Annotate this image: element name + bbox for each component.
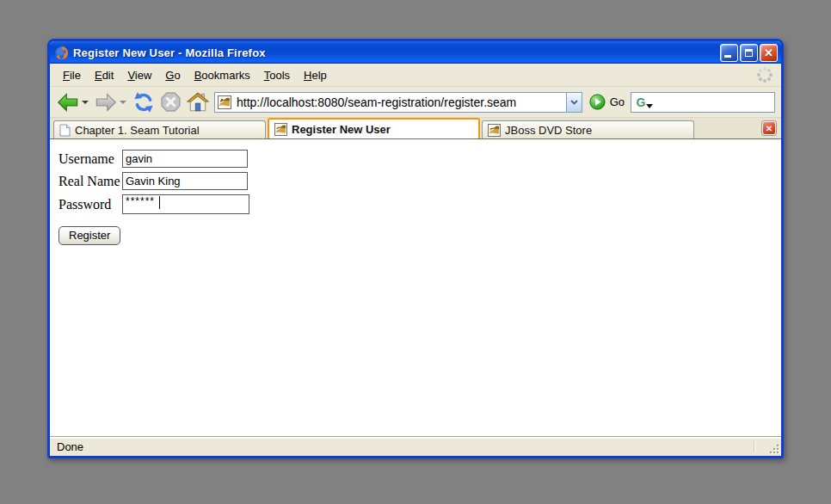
tab-label: JBoss DVD Store bbox=[505, 124, 592, 137]
password-row: Password ****** bbox=[58, 194, 781, 214]
real-name-label: Real Name bbox=[58, 174, 122, 189]
navigation-toolbar: Go G bbox=[50, 87, 781, 118]
close-button[interactable]: ✕ bbox=[760, 44, 778, 62]
site-favicon bbox=[218, 95, 231, 109]
back-button[interactable] bbox=[56, 91, 80, 114]
desktop-background: Register New User - Mozilla Firefox ✕ Fi… bbox=[0, 0, 831, 504]
search-logo-letter: G bbox=[637, 95, 646, 109]
menu-tools[interactable]: Tools bbox=[257, 65, 297, 85]
close-tab-icon[interactable]: ✕ bbox=[762, 121, 776, 135]
password-label: Password bbox=[58, 197, 122, 212]
menu-view[interactable]: View bbox=[120, 65, 158, 85]
forward-dropdown-arrow[interactable] bbox=[120, 101, 126, 104]
menu-go[interactable]: Go bbox=[158, 65, 187, 85]
url-input[interactable] bbox=[235, 95, 566, 109]
username-row: Username bbox=[58, 150, 781, 168]
menu-edit[interactable]: Edit bbox=[88, 65, 120, 85]
forward-icon bbox=[95, 92, 117, 113]
real-name-field[interactable] bbox=[122, 172, 248, 190]
resize-grip[interactable] bbox=[768, 443, 779, 454]
status-bar: Done bbox=[50, 437, 781, 456]
password-masked-value: ****** bbox=[126, 196, 155, 206]
firefox-icon bbox=[54, 46, 69, 60]
menu-help[interactable]: Help bbox=[297, 65, 334, 85]
real-name-row: Real Name bbox=[58, 172, 781, 190]
text-caret bbox=[159, 196, 160, 209]
tab-label: Register New User bbox=[292, 123, 391, 136]
status-separator bbox=[754, 441, 755, 452]
title-bar[interactable]: Register New User - Mozilla Firefox ✕ bbox=[50, 41, 781, 64]
username-field[interactable] bbox=[122, 150, 248, 168]
home-icon bbox=[187, 91, 209, 113]
go-icon bbox=[589, 94, 606, 110]
browser-window: Register New User - Mozilla Firefox ✕ Fi… bbox=[47, 39, 784, 458]
home-button[interactable] bbox=[186, 90, 210, 114]
tab-jboss-dvd-store[interactable]: JBoss DVD Store bbox=[482, 120, 694, 138]
reload-button[interactable] bbox=[132, 90, 156, 114]
back-icon bbox=[57, 92, 79, 113]
page-content: Username Real Name Password ****** Regis… bbox=[50, 139, 781, 437]
forward-button[interactable] bbox=[94, 91, 118, 114]
stop-icon bbox=[160, 91, 182, 113]
register-button[interactable]: Register bbox=[58, 226, 120, 245]
search-input[interactable]: G bbox=[631, 92, 775, 113]
tab-bar: Chapter 1. Seam Tutorial Register New Us… bbox=[50, 118, 781, 139]
username-label: Username bbox=[58, 151, 122, 167]
site-favicon bbox=[488, 124, 501, 137]
menu-bar: File Edit View Go Bookmarks Tools Help bbox=[50, 64, 781, 87]
tab-chapter1-seam-tutorial[interactable]: Chapter 1. Seam Tutorial bbox=[53, 120, 266, 138]
url-dropdown-button[interactable] bbox=[566, 93, 582, 112]
go-button[interactable]: Go bbox=[589, 94, 625, 110]
document-icon bbox=[59, 124, 71, 137]
url-bar bbox=[214, 92, 582, 113]
site-favicon bbox=[274, 123, 287, 136]
menu-bookmarks[interactable]: Bookmarks bbox=[188, 65, 257, 85]
window-controls: ✕ bbox=[720, 44, 778, 62]
status-text: Done bbox=[57, 440, 83, 453]
minimize-button[interactable] bbox=[720, 44, 738, 62]
chevron-down-icon bbox=[570, 100, 578, 105]
maximize-button[interactable] bbox=[740, 44, 758, 62]
search-engine-dropdown-arrow[interactable] bbox=[646, 104, 653, 108]
throbber-icon bbox=[755, 65, 774, 84]
back-dropdown-arrow[interactable] bbox=[82, 101, 89, 104]
stop-button[interactable] bbox=[159, 90, 182, 114]
window-title: Register New User - Mozilla Firefox bbox=[73, 46, 720, 59]
password-field[interactable]: ****** bbox=[122, 194, 249, 214]
go-label: Go bbox=[610, 95, 625, 108]
menu-file[interactable]: File bbox=[56, 65, 88, 85]
tab-label: Chapter 1. Seam Tutorial bbox=[75, 124, 200, 137]
reload-icon bbox=[132, 91, 155, 114]
tab-register-new-user[interactable]: Register New User bbox=[268, 118, 480, 138]
